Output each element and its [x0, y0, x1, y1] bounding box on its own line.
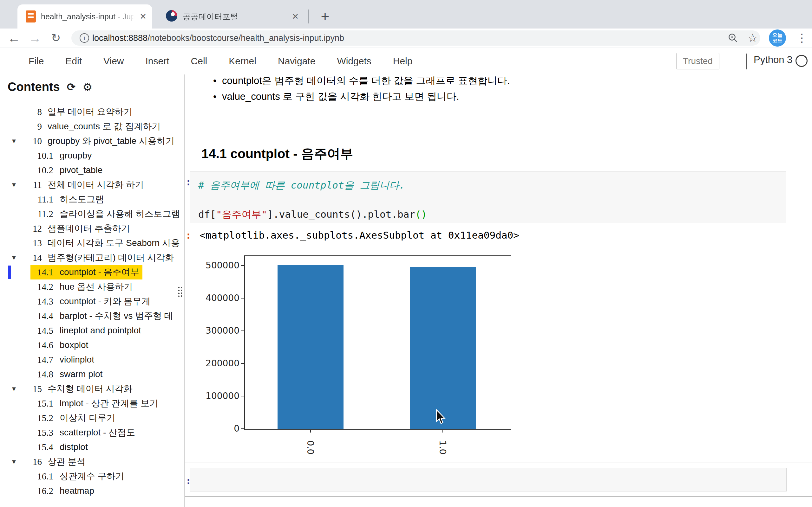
toc-label: violinplot: [60, 354, 94, 365]
zoom-page-icon[interactable]: [725, 31, 741, 46]
toc-sidebar: Contents ⟳ ⚙ 8일부 데이터 요약하기9value_counts 로…: [0, 74, 185, 507]
toc-item-15.3[interactable]: 15.3scatterplot - 산점도: [0, 425, 184, 440]
menu-kernel[interactable]: Kernel: [229, 56, 256, 66]
tab-close-icon[interactable]: ✕: [140, 12, 147, 21]
toc-label: boxplot: [60, 340, 88, 350]
toc-item-10[interactable]: ▼10groupby 와 pivot_table 사용하기: [0, 134, 184, 148]
toc-label: swarm plot: [60, 369, 102, 379]
toc-item-10.2[interactable]: 10.2pivot_table: [0, 163, 184, 177]
collapse-triangle-icon[interactable]: ▼: [11, 181, 21, 188]
toc-label: pivot_table: [60, 165, 102, 175]
x-tick-label: 1.0: [438, 429, 448, 466]
toc-item-11.2[interactable]: 11.2슬라이싱을 사용해 히스토그램: [0, 207, 184, 221]
menu-navigate[interactable]: Navigate: [278, 56, 315, 66]
toc-number: 9: [21, 121, 42, 132]
toc-label: value_counts 로 값 집계하기: [48, 120, 160, 132]
toc-item-10.1[interactable]: 10.1groupby: [0, 148, 184, 163]
cell-divider: [185, 496, 812, 497]
toc-number: 10.1: [31, 151, 53, 161]
menu-widgets[interactable]: Widgets: [337, 56, 371, 66]
toc-item-8[interactable]: 8일부 데이터 요약하기: [0, 105, 184, 119]
toc-label: countplot - 키와 몸무게: [60, 295, 150, 307]
toc-label: 상관 분석: [48, 456, 86, 468]
cell-divider: [185, 463, 812, 463]
menu-view[interactable]: View: [103, 56, 124, 66]
menu-file[interactable]: File: [29, 56, 44, 66]
code-cell[interactable]: # 음주여부에 따른 countplot을 그립니다. df["음주여부"].v…: [190, 171, 786, 223]
avatar-text-line1: 오늘: [772, 33, 782, 38]
url-path: /notebooks/boostcourse/health_analysis-i…: [148, 33, 344, 43]
browser-window: health_analysis-input - Jupyter ✕ 공공데이터포…: [0, 0, 812, 507]
toc-item-15.2[interactable]: 15.2이상치 다루기: [0, 411, 184, 425]
toc-label: barplot - 수치형 vs 범주형 데: [60, 310, 173, 322]
collapse-triangle-icon[interactable]: ▼: [11, 254, 21, 262]
bookmark-star-icon[interactable]: ☆: [745, 31, 761, 46]
url-host: localhost:8888: [92, 33, 148, 43]
toc-number: 14.1: [31, 267, 53, 278]
jupyter-notebook-icon: [26, 10, 36, 22]
toc-item-15.4[interactable]: 15.4distplot: [0, 440, 184, 454]
browser-menu-dots-icon[interactable]: ⋮: [793, 29, 811, 48]
toc-item-11[interactable]: ▼11전체 데이터 시각화 하기: [0, 177, 184, 192]
toc-number: 16: [21, 457, 42, 467]
menu-insert[interactable]: Insert: [146, 56, 169, 66]
toc-item-14.4[interactable]: 14.4barplot - 수치형 vs 범주형 데: [0, 308, 184, 323]
tab-data-portal[interactable]: 공공데이터포털 ✕: [159, 4, 305, 29]
toc-item-14.1[interactable]: 14.1countplot - 음주여부: [0, 265, 184, 279]
toc-item-9[interactable]: 9value_counts 로 값 집계하기: [0, 119, 184, 134]
y-tick-mark: [241, 396, 244, 396]
toc-item-11.1[interactable]: 11.1히스토그램: [0, 192, 184, 207]
trusted-button[interactable]: Trusted: [676, 53, 719, 69]
empty-code-cell[interactable]: [190, 468, 786, 492]
toc-item-12[interactable]: 12샘플데이터 추출하기: [0, 221, 184, 236]
toc-settings-gear-icon[interactable]: ⚙: [83, 81, 92, 94]
sidebar-resize-gripper[interactable]: [177, 286, 183, 298]
toc-item-14.5[interactable]: 14.5lineplot and pointplot: [0, 323, 184, 338]
toc-list: 8일부 데이터 요약하기9value_counts 로 값 집계하기▼10gro…: [0, 105, 184, 498]
toc-refresh-icon[interactable]: ⟳: [67, 81, 76, 93]
toc-item-14.6[interactable]: 14.6boxplot: [0, 338, 184, 352]
collapse-triangle-icon[interactable]: ▼: [11, 137, 21, 145]
toc-label: groupby: [60, 151, 92, 161]
tab-jupyter-notebook[interactable]: health_analysis-input - Jupyter ✕: [17, 4, 152, 29]
toc-number: 8: [21, 107, 42, 117]
toc-item-14.7[interactable]: 14.7violinplot: [0, 352, 184, 367]
toc-item-14.2[interactable]: 14.2hue 옵션 사용하기: [0, 279, 184, 294]
profile-avatar[interactable]: 오늘 코드: [769, 30, 786, 47]
collapse-triangle-icon[interactable]: ▼: [11, 385, 21, 393]
toc-item-16.1[interactable]: 16.1상관계수 구하기: [0, 469, 184, 484]
tab-title: 공공데이터포털: [183, 11, 289, 22]
menu-edit[interactable]: Edit: [65, 56, 82, 66]
bullet-icon: •: [213, 91, 222, 102]
toc-item-14[interactable]: ▼14범주형(카테고리) 데이터 시각화: [0, 250, 184, 265]
toc-number: 15.3: [31, 428, 53, 438]
toc-item-15.1[interactable]: 15.1lmplot - 상관 관계를 보기: [0, 396, 184, 411]
bullet-text: countplot은 범주형 데이터의 수를 더한 값을 그래프로 표현합니다.: [222, 74, 510, 88]
y-tick-label: 0: [185, 424, 240, 434]
menu-help[interactable]: Help: [393, 56, 413, 66]
toc-number: 10.2: [31, 165, 53, 176]
collapse-triangle-icon[interactable]: ▼: [11, 458, 21, 465]
address-bar[interactable]: i localhost:8888/notebooks/boostcourse/h…: [71, 31, 760, 46]
toc-item-15[interactable]: ▼15수치형 데이터 시각화: [0, 382, 184, 396]
toc-item-16.2[interactable]: 16.2heatmap: [0, 484, 184, 498]
tab-close-icon[interactable]: ✕: [292, 12, 299, 21]
toc-item-14.3[interactable]: 14.3countplot - 키와 몸무게: [0, 294, 184, 308]
kernel-idle-icon: [796, 55, 808, 67]
new-tab-button[interactable]: +: [315, 6, 336, 26]
toc-label: 수치형 데이터 시각화: [48, 383, 133, 395]
forward-icon[interactable]: →: [26, 29, 44, 48]
back-icon[interactable]: ←: [5, 29, 23, 48]
y-tick-mark: [241, 331, 244, 331]
url-text[interactable]: localhost:8888/notebooks/boostcourse/hea…: [92, 31, 344, 46]
y-tick-label: 400000: [185, 293, 240, 303]
korea-data-portal-icon: [165, 10, 177, 23]
toc-item-14.8[interactable]: 14.8swarm plot: [0, 367, 184, 382]
browser-toolbar: ← → ↻ i localhost:8888/notebooks/boostco…: [0, 29, 812, 48]
toc-item-16[interactable]: ▼16상관 분석: [0, 454, 184, 469]
site-info-icon[interactable]: i: [80, 33, 89, 43]
menu-cell[interactable]: Cell: [191, 56, 207, 66]
toc-item-13[interactable]: 13데이터 시각화 도구 Seaborn 사용: [0, 236, 184, 250]
reload-icon[interactable]: ↻: [47, 29, 65, 48]
y-tick-label: 200000: [185, 358, 240, 369]
